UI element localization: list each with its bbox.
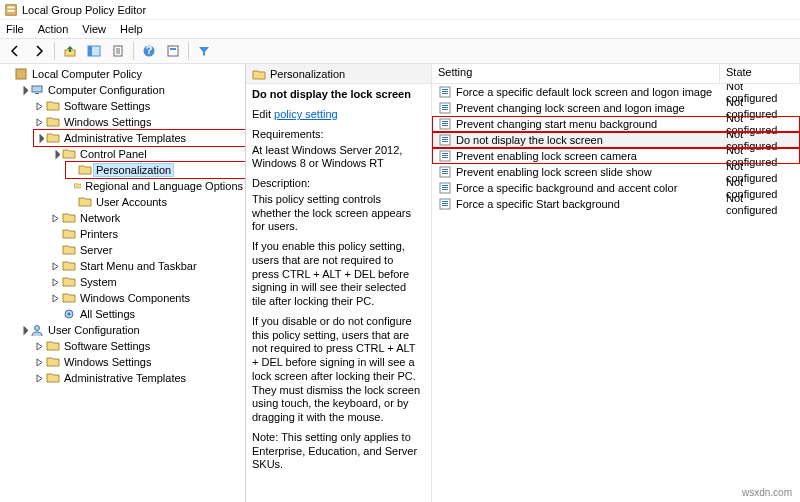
setting-icon (438, 197, 452, 211)
tree-control-panel[interactable]: Control Panel (50, 146, 245, 162)
collapse-icon[interactable] (34, 133, 44, 143)
show-hide-tree-button[interactable] (83, 40, 105, 62)
requirements-label: Requirements: (252, 128, 423, 142)
expand-icon[interactable] (34, 341, 44, 351)
svg-rect-27 (442, 109, 448, 110)
tree-administrative-templates[interactable]: Administrative Templates (34, 130, 245, 146)
tree-start-menu-taskbar[interactable]: Start Menu and Taskbar (50, 258, 245, 274)
setting-icon (438, 85, 452, 99)
tree-user-admin-templates[interactable]: Administrative Templates (34, 370, 245, 386)
help-button[interactable]: ? (138, 40, 160, 62)
svg-point-18 (68, 313, 71, 316)
collapse-icon[interactable] (18, 325, 28, 335)
svg-rect-14 (16, 69, 26, 79)
svg-rect-50 (442, 203, 448, 204)
tree-printers[interactable]: Printers (50, 226, 245, 242)
setting-icon (438, 133, 452, 147)
folder-icon (46, 131, 60, 145)
tree-regional-language[interactable]: Regional and Language Options (66, 178, 245, 194)
folder-icon (46, 115, 60, 129)
svg-rect-26 (442, 107, 448, 108)
svg-rect-21 (442, 89, 448, 90)
svg-rect-34 (442, 139, 448, 140)
folder-icon (62, 259, 76, 273)
forward-button[interactable] (28, 40, 50, 62)
collapse-icon[interactable] (18, 85, 28, 95)
tree-server[interactable]: Server (50, 242, 245, 258)
watermark: wsxdn.com (742, 487, 792, 498)
menu-view[interactable]: View (82, 23, 106, 35)
app-icon (4, 3, 18, 17)
expand-icon[interactable] (34, 101, 44, 111)
setting-icon (438, 165, 452, 179)
svg-rect-5 (88, 46, 92, 56)
expand-icon[interactable] (34, 117, 44, 127)
svg-rect-51 (442, 205, 448, 206)
filter-button[interactable] (193, 40, 215, 62)
svg-rect-49 (442, 201, 448, 202)
settings-list[interactable]: Setting State Force a specific default l… (432, 64, 800, 502)
folder-icon (46, 355, 60, 369)
folder-icon (74, 179, 82, 193)
tree-windows-components[interactable]: Windows Components (50, 290, 245, 306)
svg-rect-37 (442, 153, 448, 154)
setting-name: Force a specific background and accent c… (456, 182, 677, 194)
menu-action[interactable]: Action (38, 23, 69, 35)
menu-help[interactable]: Help (120, 23, 143, 35)
description-p3: If you disable or do not configure this … (252, 315, 423, 425)
svg-rect-31 (442, 125, 448, 126)
breadcrumb: Personalization (246, 64, 431, 84)
collapse-icon[interactable] (50, 149, 60, 159)
setting-icon (438, 101, 452, 115)
svg-rect-2 (8, 10, 15, 12)
tree-personalization[interactable]: Personalization (66, 162, 245, 178)
tree-system[interactable]: System (50, 274, 245, 290)
tree-user-accounts[interactable]: User Accounts (66, 194, 245, 210)
folder-icon (62, 147, 76, 161)
tree-pane[interactable]: Local Computer Policy Computer Configura… (0, 64, 246, 502)
folder-icon (78, 163, 92, 177)
expand-icon[interactable] (50, 293, 60, 303)
expand-icon[interactable] (34, 373, 44, 383)
collapse-icon[interactable] (2, 69, 12, 79)
expand-icon[interactable] (50, 277, 60, 287)
tree-user-windows-settings[interactable]: Windows Settings (34, 354, 245, 370)
tree-software-settings[interactable]: Software Settings (34, 98, 245, 114)
settings-icon (62, 307, 76, 321)
properties-button[interactable] (162, 40, 184, 62)
export-list-button[interactable] (107, 40, 129, 62)
svg-rect-47 (442, 189, 448, 190)
column-state[interactable]: State (720, 64, 800, 83)
expand-icon[interactable] (34, 357, 44, 367)
menu-file[interactable]: File (6, 23, 24, 35)
list-row[interactable]: Force a specific Start backgroundNot con… (432, 196, 800, 212)
column-setting[interactable]: Setting (432, 64, 720, 83)
tree-root[interactable]: Local Computer Policy (2, 66, 245, 82)
separator (54, 42, 55, 60)
selected-setting-title: Do not display the lock screen (252, 88, 423, 100)
expand-icon[interactable] (50, 213, 60, 223)
folder-icon (62, 211, 76, 225)
svg-rect-33 (442, 137, 448, 138)
tree-network[interactable]: Network (50, 210, 245, 226)
setting-name: Force a specific Start background (456, 198, 620, 210)
svg-rect-46 (442, 187, 448, 188)
svg-rect-16 (35, 93, 39, 94)
tree-windows-settings[interactable]: Windows Settings (34, 114, 245, 130)
policy-setting-link[interactable]: policy setting (274, 108, 338, 120)
svg-rect-1 (8, 6, 15, 8)
setting-name: Force a specific default lock screen and… (456, 86, 712, 98)
up-button[interactable] (59, 40, 81, 62)
menu-bar: File Action View Help (0, 20, 800, 38)
back-button[interactable] (4, 40, 26, 62)
tree-user-configuration[interactable]: User Configuration (18, 322, 245, 338)
window-title: Local Group Policy Editor (22, 4, 146, 16)
tree-user-software-settings[interactable]: Software Settings (34, 338, 245, 354)
tree-all-settings[interactable]: All Settings (50, 306, 245, 322)
svg-text:?: ? (146, 44, 153, 56)
description-p1: This policy setting controls whether the… (252, 193, 423, 234)
expand-icon[interactable] (50, 261, 60, 271)
svg-rect-29 (442, 121, 448, 122)
folder-open-icon (252, 67, 266, 81)
tree-computer-configuration[interactable]: Computer Configuration (18, 82, 245, 98)
